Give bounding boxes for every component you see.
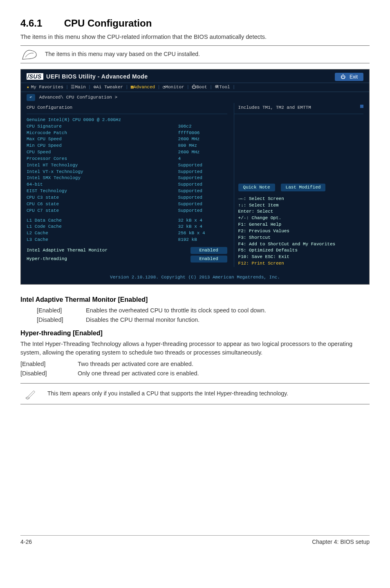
option-row[interactable]: Hyper-threadingEnabled bbox=[27, 255, 227, 263]
definition-list: [Enabled] Enables the overheated CPU to … bbox=[37, 306, 370, 324]
info-key: Intel VT-x Technology bbox=[27, 169, 83, 175]
boot-icon: ⏻ bbox=[192, 84, 196, 90]
def-term: [Disabled] bbox=[20, 369, 78, 378]
hint-line: +/-: Change Opt. bbox=[238, 215, 363, 222]
section-number: 4.6.1 bbox=[20, 16, 61, 30]
info-key: Intel HT Technology bbox=[27, 162, 78, 168]
note-text: This Item apears only if you installed a… bbox=[47, 390, 370, 398]
info-row: CPU Speed2600 MHz bbox=[27, 149, 227, 156]
brand-logo: /SUS bbox=[27, 73, 43, 80]
subheading-thermal: Intel Adaptive Thermal Monitor [Enabled] bbox=[20, 295, 370, 305]
hint-line: F2: Previous Values bbox=[238, 228, 363, 234]
info-value: Supported bbox=[178, 182, 227, 188]
tab-monitor[interactable]: Monitor bbox=[165, 84, 184, 90]
tab-advanced[interactable]: Advanced bbox=[133, 84, 155, 90]
info-key: EIST Technology bbox=[27, 188, 67, 194]
definition-row: [Disabled] Only one thread per activated… bbox=[20, 369, 370, 378]
exit-button[interactable]: ⏻ Exit bbox=[335, 73, 363, 81]
tab-boot[interactable]: Boot bbox=[196, 84, 207, 90]
tab-favorites[interactable]: My Favorites bbox=[31, 84, 63, 90]
info-value: Supported bbox=[178, 175, 227, 181]
definition-row: [Disabled] Disables the CPU thermal moni… bbox=[37, 316, 370, 324]
info-key: CPU C7 state bbox=[27, 208, 59, 214]
exit-icon: ⏻ bbox=[341, 74, 345, 80]
option-value[interactable]: Enabled bbox=[191, 256, 227, 263]
info-key: CPU Signature bbox=[27, 123, 62, 130]
note-icon bbox=[20, 48, 38, 61]
last-modified-button[interactable]: Last Modified bbox=[281, 184, 326, 191]
quick-note-button[interactable]: Quick Note bbox=[238, 184, 275, 191]
info-value: 2600 MHz bbox=[178, 149, 227, 155]
pen-icon bbox=[20, 388, 41, 400]
note-callout: This Item apears only if you installed a… bbox=[20, 383, 370, 404]
def-desc: Only one thread per activated core is en… bbox=[78, 369, 370, 378]
note-callout: The items in this menu may vary based on… bbox=[20, 45, 370, 63]
bios-logo: /SUS UEFI BIOS Utility - Advanced Mode bbox=[27, 73, 148, 81]
monitor-icon: ◔ bbox=[163, 84, 166, 90]
info-row: Intel VT-x TechnologySupported bbox=[27, 168, 227, 175]
info-value: 4 bbox=[178, 156, 227, 162]
option-row[interactable]: Intel Adaptive Thermal MonitorEnabled bbox=[27, 246, 227, 255]
info-value: ffff0006 bbox=[178, 130, 227, 136]
hint-line: F5: Optimized Defaults bbox=[238, 247, 363, 254]
tab-main[interactable]: Main bbox=[75, 84, 85, 90]
tab-ai-tweaker[interactable]: Ai Tweaker bbox=[96, 84, 123, 90]
breadcrumb: ↶ Advanced\ CPU Configuration > bbox=[21, 92, 369, 103]
def-desc: Disables the CPU thermal monitor functio… bbox=[86, 316, 370, 324]
bios-title: UEFI BIOS Utility - Advanced Mode bbox=[46, 73, 148, 80]
page-footer: 4-26 Chapter 4: BIOS setup bbox=[20, 535, 370, 546]
pane-heading: CPU Configuration bbox=[27, 105, 72, 111]
chapter-title: Chapter 4: BIOS setup bbox=[312, 538, 370, 546]
option-value[interactable]: Enabled bbox=[191, 247, 227, 254]
definition-row: [Enabled] Two threads per activated core… bbox=[20, 360, 370, 368]
section-title-text: CPU Configuration bbox=[64, 18, 152, 29]
info-row: L1 Data Cache32 kB x 4 bbox=[27, 217, 227, 224]
info-value bbox=[178, 117, 227, 123]
key-hints: →←: Select Screen ↑↓: Select Item Enter:… bbox=[234, 195, 363, 267]
bios-left-pane: CPU Configuration Genuine Intel(R) CPU 0… bbox=[27, 103, 227, 267]
info-value: 32 kB x 4 bbox=[178, 218, 227, 224]
info-row: Max CPU Speed2600 MHz bbox=[27, 136, 227, 143]
info-value: 256 kB x 4 bbox=[178, 230, 227, 236]
info-row: Min CPU Speed800 MHz bbox=[27, 143, 227, 149]
hint-line: F12: Print Screen bbox=[238, 260, 363, 267]
info-row: CPU C3 stateSupported bbox=[27, 195, 227, 201]
info-row: L1 Code Cache32 kB x 4 bbox=[27, 224, 227, 230]
hint-line: F4: Add to ShortCut and My Favorites bbox=[238, 241, 363, 247]
star-icon: ★ bbox=[27, 84, 29, 90]
exit-label: Exit bbox=[350, 74, 358, 80]
bios-version: Version 2.10.1208. Copyright (C) 2013 Am… bbox=[21, 267, 369, 281]
page-number: 4-26 bbox=[20, 538, 32, 546]
tool-icon: 🛠 bbox=[215, 84, 219, 90]
info-key: Max CPU Speed bbox=[27, 136, 62, 142]
info-key: Processor Cores bbox=[27, 156, 67, 162]
tweaker-icon: ⚙ bbox=[93, 84, 96, 90]
info-key: CPU C3 state bbox=[27, 195, 59, 201]
hint-line: Enter: Select bbox=[238, 209, 363, 215]
option-label: Intel Adaptive Thermal Monitor bbox=[27, 247, 108, 254]
info-key: L1 Code Cache bbox=[27, 224, 62, 230]
info-row: L2 Cache256 kB x 4 bbox=[27, 230, 227, 237]
info-key: L2 Cache bbox=[27, 230, 48, 236]
help-text: Includes TM1, TM2 and EMTTM bbox=[238, 105, 311, 110]
info-value: Supported bbox=[178, 201, 227, 207]
info-key: Microcode Patch bbox=[27, 130, 67, 136]
scroll-indicator bbox=[360, 105, 363, 108]
back-button[interactable]: ↶ bbox=[27, 94, 35, 101]
bios-screenshot: /SUS UEFI BIOS Utility - Advanced Mode ⏻… bbox=[20, 69, 370, 285]
hint-line: F1: General Help bbox=[238, 222, 363, 228]
info-key: Genuine Intel(R) CPU 0000 @ 2.60GHz bbox=[27, 117, 121, 123]
tab-tool[interactable]: Tool bbox=[219, 84, 230, 90]
hint-line: F10: Save ESC: Exit bbox=[238, 254, 363, 260]
breadcrumb-text: Advanced\ CPU Configuration > bbox=[39, 94, 117, 101]
info-key: 64-bit bbox=[27, 182, 43, 188]
info-key: L1 Data Cache bbox=[27, 218, 62, 224]
info-value: Supported bbox=[178, 208, 227, 214]
info-row: Genuine Intel(R) CPU 0000 @ 2.60GHz bbox=[27, 117, 227, 123]
info-row: Intel SMX TechnologySupported bbox=[27, 175, 227, 182]
definition-list: [Enabled] Two threads per activated core… bbox=[20, 360, 370, 377]
intro-text: The items in this menu show the CPU-rela… bbox=[20, 33, 370, 41]
info-row: CPU Signature306c2 bbox=[27, 123, 227, 130]
info-row: 64-bitSupported bbox=[27, 182, 227, 188]
info-row: EIST TechnologySupported bbox=[27, 188, 227, 195]
